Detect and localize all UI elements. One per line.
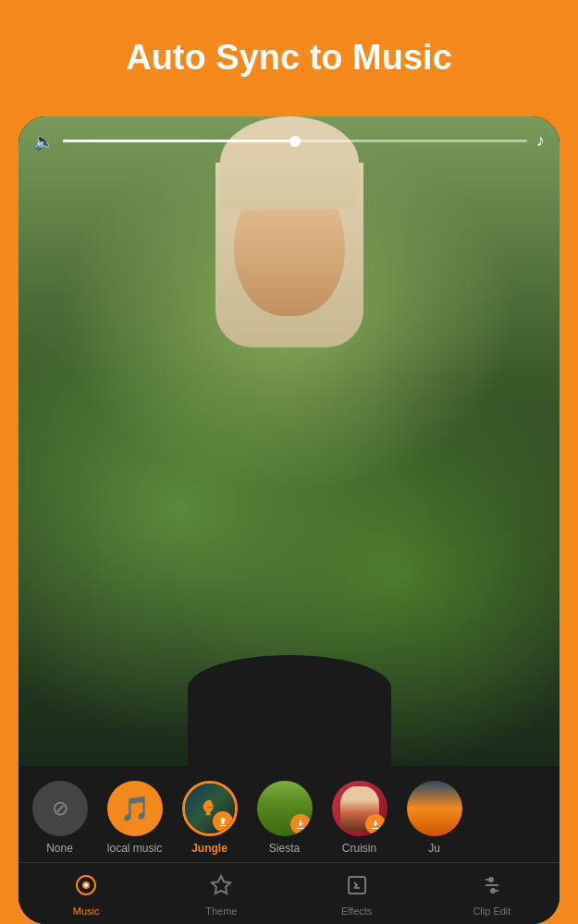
music-item-cruisin[interactable]: Cruisin	[329, 781, 389, 855]
svg-marker-3	[212, 876, 230, 894]
nav-label-theme: Theme	[205, 906, 237, 917]
volume-icon: 🔈	[33, 131, 54, 152]
music-label-none: None	[46, 842, 73, 855]
nav-item-music[interactable]: Music	[18, 870, 154, 920]
music-label-local: local music	[107, 842, 162, 855]
video-area: 🔈 ♪	[18, 116, 560, 766]
music-label-jungle: Jungle	[191, 842, 228, 855]
clip-edit-nav-icon	[481, 874, 503, 902]
nav-item-clip-edit[interactable]: Clip Edit	[424, 870, 560, 920]
music-item-partial[interactable]: Ju	[404, 781, 464, 855]
music-item-local[interactable]: 🎵 local music	[105, 781, 165, 855]
music-label-partial: Ju	[428, 842, 440, 855]
progress-fill	[63, 140, 295, 142]
nav-label-effects: Effects	[341, 906, 372, 917]
nav-item-theme[interactable]: Theme	[154, 870, 289, 920]
music-note-icon: ♪	[536, 131, 545, 151]
svg-point-9	[491, 889, 495, 893]
music-item-none[interactable]: ⊘ None	[30, 781, 90, 855]
music-nav-icon	[75, 874, 97, 902]
effects-nav-icon	[346, 874, 368, 902]
siesta-download	[290, 814, 311, 834]
main-title: Auto Sync to Music	[126, 37, 452, 79]
nav-label-clip-edit: Clip Edit	[473, 906, 510, 917]
progress-bar-overlay[interactable]: 🔈 ♪	[33, 131, 545, 152]
music-label-siesta: Siesta	[269, 842, 300, 855]
svg-point-2	[84, 883, 88, 887]
jungle-overlay	[213, 811, 233, 832]
music-item-siesta[interactable]: Siesta	[254, 781, 314, 855]
music-item-jungle[interactable]: Jungle	[179, 781, 240, 855]
bottom-nav: Music Theme	[18, 862, 560, 924]
music-label-cruisin: Cruisin	[342, 842, 376, 855]
bottom-panel: ⊘ None 🎵 local music	[18, 766, 560, 924]
music-scroll-row[interactable]: ⊘ None 🎵 local music	[18, 766, 560, 862]
theme-nav-icon	[210, 874, 232, 902]
progress-track[interactable]	[63, 140, 527, 142]
progress-thumb	[289, 136, 301, 147]
phone-mockup: 🔈 ♪ ⊘ None	[18, 116, 560, 924]
top-section: Auto Sync to Music	[0, 0, 578, 107]
nav-item-effects[interactable]: Effects	[289, 870, 424, 920]
cruisin-download	[365, 814, 386, 834]
nav-label-music: Music	[73, 906, 100, 917]
svg-point-8	[489, 878, 493, 881]
